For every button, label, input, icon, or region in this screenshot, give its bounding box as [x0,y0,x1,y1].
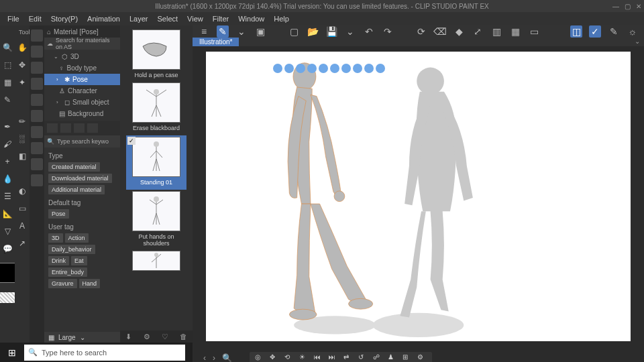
thumb-erase-blackboard[interactable]: Erase blackboard [126,82,186,134]
next-frame-icon[interactable]: ⏭ [329,353,338,362]
prev-icon[interactable]: ‹ [202,353,207,362]
border-icon[interactable]: ▦ [509,25,521,38]
zoom-out-icon[interactable]: 🔍 [221,353,233,362]
chip-downloaded[interactable]: Downloaded material [48,174,112,183]
move-icon[interactable]: ✥ [270,353,279,362]
pose-control-icon[interactable] [296,64,305,73]
menu-window[interactable]: Window [233,13,269,24]
chip-pose[interactable]: Pose [48,209,69,219]
tree-body-type[interactable]: ♀Body type [44,62,120,74]
chip-created[interactable]: Created material [48,162,100,172]
chip-drink[interactable]: Drink [48,256,69,265]
pose-control-icon[interactable] [284,64,294,73]
tree-3d[interactable]: ⌄⬡3D [44,51,120,62]
taskbar-search[interactable]: 🔍 Type here to search [24,345,185,361]
settings-icon[interactable]: ⚙ [417,353,427,362]
blend-tool-icon[interactable]: ☰ [1,190,13,202]
chip-gravure[interactable]: Gravure [48,279,77,288]
move-tool-icon[interactable]: ✥ [16,59,28,71]
chip-eat[interactable]: Eat [71,256,87,265]
pose-control-icon[interactable] [364,64,374,73]
subtool-icon[interactable] [31,78,43,90]
download-icon[interactable]: ⬇ [125,333,133,341]
subtool-icon[interactable] [31,94,43,106]
tree-small-object[interactable]: ›◻Small object [44,97,120,108]
menu-layer[interactable]: Layer [125,13,153,24]
marquee2-tool-icon[interactable]: ▦ [1,76,13,88]
frame-tool-icon[interactable]: ▭ [16,202,28,215]
menu-animation[interactable]: Animation [83,13,125,24]
pose-control-icon[interactable] [330,64,339,73]
trash-icon[interactable]: 🗑 [180,333,188,341]
snap-grid-icon[interactable]: ◫ [570,25,582,38]
bone-icon[interactable]: ☍ [373,353,382,362]
save-icon[interactable]: 💾 [325,25,337,38]
chip-3d[interactable]: 3D [48,233,63,243]
chip-entire[interactable]: Entire_body [48,267,87,277]
open-icon[interactable]: 📂 [307,25,319,38]
marquee-tool-icon[interactable]: ⬚ [1,59,13,71]
light-icon[interactable]: ☀ [299,353,309,362]
close-button[interactable]: ✕ [636,3,641,10]
chevron-down-icon[interactable]: ⌄ [235,25,248,38]
plus-tool-icon[interactable]: + [1,156,13,168]
pose-control-icon[interactable] [273,64,282,73]
delete-icon[interactable]: ⌫ [434,25,446,38]
assist-icon[interactable]: ☼ [627,25,639,38]
footer-size-label[interactable]: Large [58,334,76,341]
gear-icon[interactable]: ⚙ [144,333,152,341]
eraser-tool-icon[interactable]: ◧ [16,150,28,162]
rotate-icon[interactable]: ⟲ [284,353,294,362]
eyedropper-tool-icon[interactable]: ✎ [1,94,13,106]
pose-control-icon[interactable] [307,64,317,73]
pose-control-icon[interactable] [341,64,351,73]
loading-icon[interactable]: ⟳ [415,25,427,38]
menu-select[interactable]: Select [153,13,183,24]
redo-icon[interactable]: ↷ [382,25,394,38]
menu-file[interactable]: File [3,13,24,24]
thumb-hands-shoulders[interactable]: Put hands on shoulders [126,191,186,249]
ruler-tool-icon[interactable]: 📐 [1,208,13,220]
thumb-standing-01[interactable]: ✓ Standing 01 [126,135,186,190]
menu-filter[interactable]: Filter [208,13,233,24]
balloon-tool-icon[interactable]: 💬 [1,243,13,255]
subtool-icon[interactable] [31,110,43,122]
thumb-hold-pen[interactable]: Hold a pen case [126,29,186,81]
tabs-dropdown-icon[interactable]: ⌄ [631,38,644,46]
chip-hand[interactable]: Hand [79,279,101,288]
hand-tool-icon[interactable]: ✋ [16,42,28,54]
thumb-extra[interactable] [126,251,186,271]
minimize-button[interactable]: — [612,3,619,10]
heart-icon[interactable]: ♡ [162,333,170,341]
flip-icon[interactable]: ⇄ [343,353,353,362]
tree-character[interactable]: ♙Character [44,85,120,97]
shape-tool-icon[interactable]: ▽ [1,225,13,237]
tone-icon[interactable]: ▥ [490,25,502,38]
material-search-row[interactable]: ☁ Search for materials on AS [44,38,120,50]
panel-icon[interactable] [74,123,85,133]
keyword-search-row[interactable]: 🔍 Type search keywo [44,135,120,147]
menu-icon[interactable]: ≡ [198,25,210,38]
tab-illustration[interactable]: Illustration* [193,38,239,46]
magnify-tool-icon[interactable]: 🔍 [1,42,13,54]
chip-daily[interactable]: Daily_behavior [48,245,95,254]
subtool-icon[interactable] [31,158,43,170]
menu-view[interactable]: View [182,13,208,24]
new-icon[interactable]: ▢ [288,25,300,38]
figure-3d[interactable] [206,52,631,341]
subtool-icon[interactable] [31,174,43,186]
maximize-button[interactable]: ▢ [625,3,631,10]
undo-icon[interactable]: ↶ [363,25,375,38]
footer-icon[interactable]: ▦ [48,334,54,341]
correction-tool-icon[interactable]: ↗ [16,237,28,249]
pencil-tool-icon[interactable]: ✏ [16,115,28,127]
tree-pose[interactable]: ›✱Pose [44,74,120,85]
panel-icon[interactable] [87,123,98,133]
chip-additional[interactable]: Additional material [48,185,105,194]
frame-icon[interactable]: ▭ [528,25,540,38]
snap-special-icon[interactable]: ✎ [608,25,620,38]
spray-tool-icon[interactable]: ░ [16,133,28,145]
chevron-down-icon[interactable]: ⌄ [344,25,356,38]
subtool-icon[interactable] [31,29,43,42]
tree-background[interactable]: ▤Background [44,108,120,119]
